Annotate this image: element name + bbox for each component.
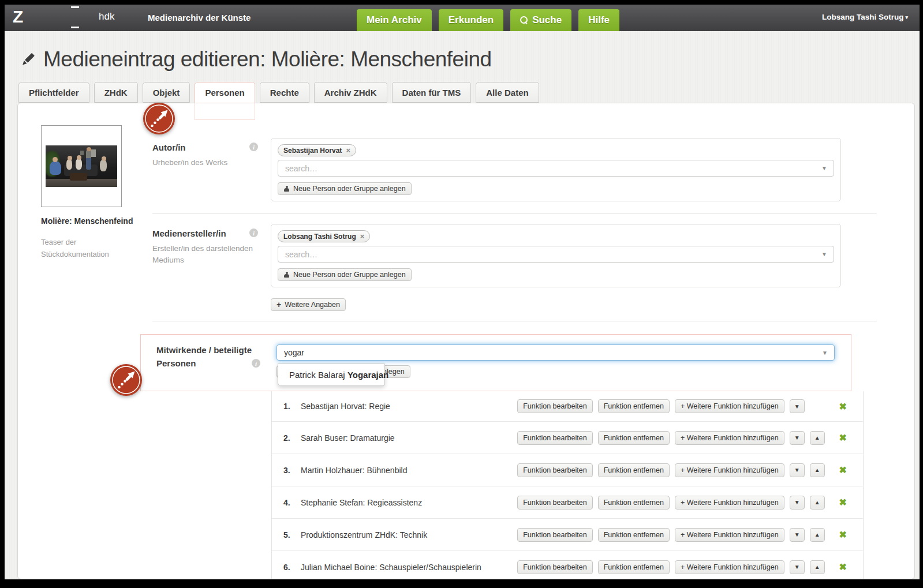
weitere-funktion-button[interactable]: + Weitere Funktion hinzufügen [675, 399, 784, 413]
move-up-button[interactable]: ▲ [810, 431, 825, 445]
remove-person-icon[interactable]: ✖ [839, 465, 847, 475]
move-down-button[interactable]: ▼ [790, 496, 805, 510]
tab-zhdk[interactable]: ZHdK [94, 82, 138, 103]
tab-pflichtfelder[interactable]: Pflichtfelder [18, 82, 89, 103]
nav-button-group: Mein Archiv Erkunden Suche Hilfe [357, 9, 619, 31]
nav-button-label: Suche [532, 14, 562, 26]
weitere-angaben-button[interactable]: + Weitere Angaben [271, 298, 346, 311]
add-person-button[interactable]: Neue Person oder Gruppe anlegen [278, 182, 412, 195]
page-title: Medieneintrag editieren: Molière: Mensch… [43, 47, 492, 72]
chip-row: Sebastijan Horvat × [278, 144, 834, 156]
nav-button-label: Erkunden [449, 14, 494, 26]
person-row-name: Sarah Buser: Dramaturgie [301, 433, 395, 443]
funktion-bearbeiten-button[interactable]: Funktion bearbeiten [517, 560, 593, 574]
person-row: 6. Julian Michael Boine: Schauspieler/Sc… [272, 551, 863, 579]
funktion-bearbeiten-button[interactable]: Funktion bearbeiten [517, 528, 593, 542]
chip-label: Sebastijan Horvat [283, 147, 342, 155]
weitere-funktion-button[interactable]: + Weitere Funktion hinzufügen [675, 496, 784, 510]
move-up-button[interactable]: ▲ [810, 463, 825, 477]
weitere-funktion-button[interactable]: + Weitere Funktion hinzufügen [675, 560, 784, 574]
mitwirkende-input-wrap: ▼ Neue Person oder Gruppe anlegen Patric… [276, 344, 835, 361]
autor-search-input[interactable] [278, 160, 834, 177]
chip-remove-icon[interactable]: × [346, 146, 350, 155]
weitere-funktion-button[interactable]: + Weitere Funktion hinzufügen [675, 431, 784, 445]
funktion-bearbeiten-button[interactable]: Funktion bearbeiten [517, 496, 593, 510]
user-name: Lobsang Tashi Sotrug [822, 13, 904, 21]
person-row-number: 3. [283, 466, 296, 475]
weitere-funktion-button[interactable]: + Weitere Funktion hinzufügen [675, 463, 784, 477]
person-icon [283, 186, 290, 192]
funktion-bearbeiten-button[interactable]: Funktion bearbeiten [517, 399, 593, 413]
funktion-entfernen-button[interactable]: Funktion entfernen [598, 463, 670, 477]
info-icon[interactable]: i [252, 359, 260, 368]
nav-mein-archiv-button[interactable]: Mein Archiv [357, 9, 432, 31]
media-thumbnail[interactable] [41, 125, 122, 207]
person-row: 5. Produktionszentrum ZHdK: Technik Funk… [272, 519, 863, 551]
move-down-button[interactable]: ▼ [790, 463, 805, 477]
funktion-entfernen-button[interactable]: Funktion entfernen [598, 431, 670, 445]
funktion-entfernen-button[interactable]: Funktion entfernen [598, 496, 670, 510]
remove-person-icon[interactable]: ✖ [839, 561, 847, 572]
people-list: 1. Sebastijan Horvat: Regie Funktion bea… [271, 391, 864, 579]
funktion-bearbeiten-button[interactable]: Funktion bearbeiten [517, 463, 593, 477]
top-navbar: Z hdk Medienarchiv der Künste Mein Archi… [5, 5, 920, 31]
tab-personen[interactable]: Personen [195, 82, 255, 103]
move-up-button[interactable]: ▲ [810, 528, 825, 542]
move-down-button[interactable]: ▼ [790, 528, 805, 542]
nav-suche-button[interactable]: Suche [510, 9, 571, 31]
tab-objekt[interactable]: Objekt [143, 82, 190, 103]
field-label: Mitwirkende / beteiligte Personen [156, 344, 260, 370]
field-mitwirkende-label-block: Mitwirkende / beteiligte Personen i [141, 335, 276, 391]
field-medienersteller-box: Lobsang Tashi Sotrug × ▼ Neue Person ode… [271, 224, 841, 287]
nav-hilfe-button[interactable]: Hilfe [578, 9, 619, 31]
remove-person-icon[interactable]: ✖ [839, 529, 847, 540]
autocomplete-suggestion[interactable]: Patrick Balaraj Yogarajan [278, 364, 385, 386]
tutorial-arrow-annotation [110, 364, 143, 396]
person-row: 4. Stephanie Stefan: Regieassistenz Funk… [272, 486, 863, 519]
move-down-button[interactable]: ▼ [790, 399, 805, 413]
person-row-name: Martin Holzhauer: Bühnenbild [301, 466, 407, 475]
suggestion-highlight: Yogarajan [347, 370, 388, 380]
remove-person-icon[interactable]: ✖ [839, 497, 847, 508]
move-up-button[interactable]: ▲ [810, 560, 825, 574]
tab-content-panel: Molière: Menschenfeind Teaser der Stückd… [17, 103, 915, 579]
tab-daten-fuer-tms[interactable]: Daten für TMS [392, 82, 472, 103]
add-person-button[interactable]: Neue Person oder Gruppe anlegen [278, 268, 412, 281]
weitere-funktion-button[interactable]: + Weitere Funktion hinzufügen [675, 528, 784, 542]
person-row-actions: Funktion bearbeiten Funktion entfernen +… [517, 560, 847, 574]
add-person-label: Neue Person oder Gruppe anlegen [293, 271, 406, 279]
user-menu[interactable]: Lobsang Tashi Sotrug▾ [822, 13, 908, 21]
tab-rechte[interactable]: Rechte [260, 82, 309, 103]
field-medienersteller: Medienersteller/in Ersteller/in des dars… [152, 224, 877, 287]
media-teaser: Teaser der Stückdokumentation [41, 236, 116, 261]
funktion-entfernen-button[interactable]: Funktion entfernen [598, 399, 670, 413]
zhdk-logo-hdk: hdk [99, 11, 114, 23]
info-icon[interactable]: i [249, 143, 258, 151]
tab-bar: Pflichtfelder ZHdK Objekt Personen Recht… [18, 82, 920, 103]
person-row-actions: Funktion bearbeiten Funktion entfernen +… [517, 496, 847, 510]
page-header: Medieneintrag editieren: Molière: Mensch… [19, 45, 920, 74]
funktion-entfernen-button[interactable]: Funktion entfernen [598, 560, 670, 574]
tab-alle-daten[interactable]: Alle Daten [476, 82, 539, 103]
mitwirkende-search-input[interactable] [276, 344, 835, 361]
funktion-bearbeiten-button[interactable]: Funktion bearbeiten [517, 431, 593, 445]
person-chip[interactable]: Lobsang Tashi Sotrug × [278, 230, 370, 242]
medienersteller-search-input[interactable] [278, 246, 834, 263]
field-sublabel: Ersteller/in des darstellenden Mediums [152, 243, 253, 267]
app-title: Medienarchiv der Künste [148, 13, 251, 23]
move-down-button[interactable]: ▼ [790, 560, 805, 574]
app-screen: Z hdk Medienarchiv der Künste Mein Archi… [5, 5, 920, 579]
tab-archiv-zhdk[interactable]: Archiv ZHdK [314, 82, 387, 103]
funktion-entfernen-button[interactable]: Funktion entfernen [598, 528, 670, 542]
move-up-button[interactable]: ▲ [810, 496, 825, 510]
remove-person-icon[interactable]: ✖ [839, 432, 847, 443]
remove-person-icon[interactable]: ✖ [839, 401, 847, 412]
info-icon[interactable]: i [249, 229, 258, 237]
person-chip[interactable]: Sebastijan Horvat × [278, 144, 356, 156]
move-down-button[interactable]: ▼ [790, 431, 805, 445]
field-medienersteller-label-block: Medienersteller/in Ersteller/in des dars… [152, 224, 271, 287]
nav-erkunden-button[interactable]: Erkunden [439, 9, 503, 31]
form-column: Autor/in Urheber/in des Werks i Sebastij… [152, 103, 877, 579]
person-row-actions: Funktion bearbeiten Funktion entfernen +… [517, 528, 847, 542]
chip-remove-icon[interactable]: × [360, 232, 365, 241]
